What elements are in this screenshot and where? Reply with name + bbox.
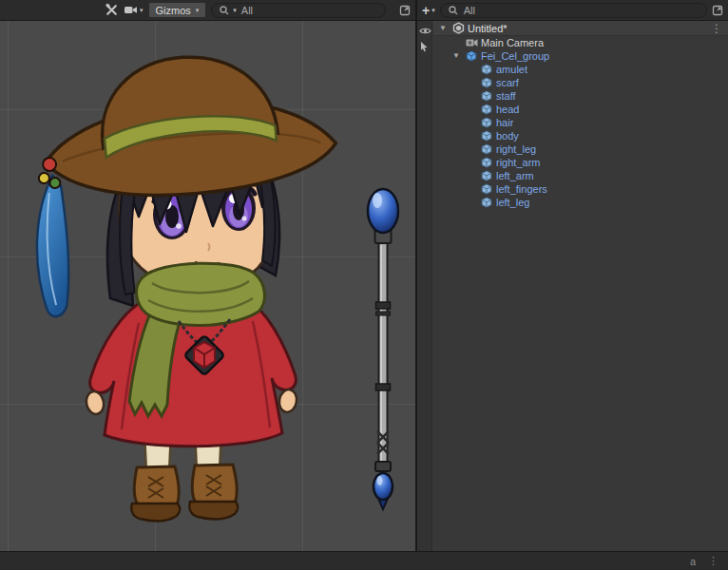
hierarchy-item-staff[interactable]: staff [433,89,728,103]
hierarchy-item-left_arm[interactable]: left_arm [433,169,728,182]
hierarchy-item-label: left_leg [496,196,529,209]
unity-scene-icon [451,22,465,34]
hierarchy-item-left_leg[interactable]: left_leg [433,196,728,209]
hierarchy-rows: Main Camera▼Fei_Cel_groupamuletscarfstaf… [433,36,728,209]
scene-sprites [0,21,415,551]
hierarchy-item-label: hair [496,116,513,129]
scene-name: Untitled* [468,22,508,35]
hierarchy-toolbar: + ▾ All [417,0,728,20]
hierarchy-item-label: left_arm [496,169,534,182]
scene-picking-icon[interactable] [419,41,429,52]
prefab-icon [465,50,478,62]
hierarchy-search-value: All [464,5,475,16]
hat-charm [29,157,74,317]
kebab-menu-icon[interactable]: ⋮ [711,22,722,35]
hierarchy-search-field[interactable]: All [440,3,707,18]
gizmos-dropdown[interactable]: Gizmos ▾ [148,2,207,18]
hierarchy-item-Main Camera[interactable]: Main Camera [433,36,728,49]
hierarchy-item-scarf[interactable]: scarf [433,76,728,89]
hierarchy-maximize-icon[interactable] [712,5,723,16]
status-a-icon[interactable]: a [690,556,696,567]
hierarchy-item-label: staff [496,89,516,103]
search-filter-chevron-icon: ▾ [233,7,237,13]
scene-view-toolbar: ▾ Gizmos ▾ ▾ All [0,0,415,20]
character-sprite[interactable] [21,45,349,521]
hierarchy-item-label: scarf [496,76,519,89]
hierarchy-item-label: right_leg [496,142,536,156]
chevron-down-icon: ▾ [431,7,435,13]
search-icon [219,5,230,16]
scene-search-field[interactable]: ▾ All [211,3,386,18]
hierarchy-item-head[interactable]: head [433,103,728,116]
scene-view[interactable] [0,21,415,551]
tools-overlay-button[interactable] [105,3,119,17]
hierarchy-item-label: left_fingers [496,182,547,196]
create-menu-button[interactable]: + ▾ [422,4,435,17]
foldout-expanded-icon[interactable]: ▼ [452,49,465,63]
hierarchy-item-hair[interactable]: hair [433,116,728,129]
hierarchy-item-label: body [496,129,519,142]
cube-icon [480,143,493,155]
gizmos-label: Gizmos [156,5,191,16]
right-fingers[interactable] [278,389,298,414]
foldout-expanded-icon[interactable]: ▼ [439,22,451,35]
search-icon [448,5,459,16]
unity-editor-window: ▾ Gizmos ▾ ▾ All [0,0,728,570]
right-boot[interactable] [189,465,238,519]
cube-icon [480,183,493,195]
hierarchy-item-label: right_arm [496,156,540,169]
tools-icon [105,3,119,17]
hierarchy-item-left_fingers[interactable]: left_fingers [433,182,728,196]
camera-icon [124,5,138,15]
scene-visibility-icon[interactable] [419,27,431,35]
hierarchy-item-Fei_Cel_group[interactable]: ▼Fei_Cel_group [433,49,728,63]
cube-icon [480,64,493,75]
hierarchy-panel: ▼ Untitled* ⋮ Main Camera▼Fei_Cel_groupa… [417,21,728,551]
chevron-down-icon: ▾ [196,7,200,13]
cube-icon [480,157,493,168]
hierarchy-item-amulet[interactable]: amulet [433,63,728,76]
staff-sprite[interactable] [368,189,398,509]
hierarchy-item-label: head [496,103,519,116]
hierarchy-item-right_arm[interactable]: right_arm [433,156,728,169]
cube-icon [480,77,493,88]
hierarchy-item-label: Main Camera [481,36,544,49]
cube-icon [480,170,493,181]
top-toolbar: ▾ Gizmos ▾ ▾ All [0,0,728,21]
cube-icon [480,130,493,142]
scene-camera-button[interactable]: ▾ [124,5,144,15]
chevron-down-icon: ▾ [140,7,144,13]
hierarchy-rows-container: ▼ Untitled* ⋮ Main Camera▼Fei_Cel_groupa… [433,21,728,209]
cube-icon [480,104,493,115]
status-bar: a ⋮ [0,551,728,570]
hierarchy-item-right_leg[interactable]: right_leg [433,142,728,156]
status-kebab-icon[interactable]: ⋮ [708,555,718,567]
cube-icon [480,197,493,208]
scene-search-value: All [241,5,253,16]
plus-icon: + [422,4,430,17]
cube-icon [480,90,493,102]
left-boot[interactable] [131,466,180,521]
cube-icon [480,117,493,128]
hierarchy-gutter [417,21,432,551]
hierarchy-item-label: amulet [496,63,527,76]
scene-maximize-icon[interactable] [399,5,411,16]
camera-icon [465,38,478,48]
hierarchy-item-body[interactable]: body [433,129,728,142]
hierarchy-scene-row[interactable]: ▼ Untitled* ⋮ [433,21,728,36]
hierarchy-item-label: Fei_Cel_group [481,49,549,63]
